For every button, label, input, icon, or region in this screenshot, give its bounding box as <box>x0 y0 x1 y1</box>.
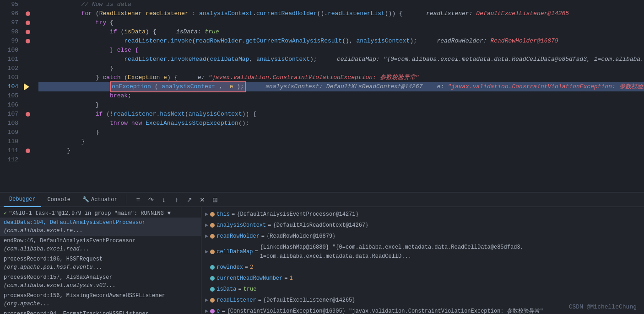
stop-btn[interactable]: ✕ <box>197 194 208 205</box>
thread-status-icon: ✓ <box>4 210 7 217</box>
code-line-109: } <box>38 128 644 137</box>
debugger-panel: Debugger Console 🔧 Actuator ≡ ↷ ↓ ↑ ↗ ✕ … <box>0 192 644 314</box>
run-cursor-btn[interactable]: ↗ <box>184 194 195 205</box>
var-this[interactable]: ▶ this = {DefaultAnalysisEventProcessor@… <box>201 209 644 220</box>
var-analysis-context[interactable]: ▶ analysisContext = {DefaultXlsReadConte… <box>201 220 644 231</box>
separator <box>126 195 126 204</box>
watermark: CSDN @MichelleChung <box>569 303 637 310</box>
code-line-95: // Now is data <box>38 0 644 9</box>
code-line-108: throw new ExcelAnalysisStopException (); <box>38 119 644 128</box>
code-line-106: } <box>38 101 644 110</box>
debugger-toolbar: ≡ ↷ ↓ ↑ ↗ ✕ ⊞ <box>133 194 221 205</box>
thread-label: "XNIO-1 task-1"@12,979 in group "main": … <box>9 210 163 217</box>
code-line-102: } <box>38 64 644 73</box>
var-row-index[interactable]: ▶ rowIndex = 2 <box>201 262 644 273</box>
code-line-101: readListener . invokeHead ( cellDataMap … <box>38 55 644 64</box>
var-current-head-row[interactable]: ▶ currentHeadRowNumber = 1 <box>201 273 644 284</box>
code-line-105: break ; <box>38 91 644 101</box>
frames-btn[interactable]: ⊞ <box>210 194 221 205</box>
editor-area: 95 96 97 98 99 100 101 102 103 104 105 1… <box>0 0 644 192</box>
var-cell-data-map[interactable]: ▶ cellDataMap = {LinkedHashMap@16880} "{… <box>201 242 644 262</box>
app-container: 95 96 97 98 99 100 101 102 103 104 105 1… <box>0 0 644 314</box>
debugger-body: ✓ "XNIO-1 task-1"@12,979 in group "main"… <box>0 207 644 314</box>
resume-btn[interactable]: ≡ <box>133 194 144 205</box>
stack-frame-4[interactable]: processRecord:156, MissingRecordAwareHSS… <box>0 291 201 309</box>
step-into-btn[interactable]: ↓ <box>158 194 169 205</box>
stack-frame-0[interactable]: dealData:104, DefaultAnalysisEventProces… <box>0 218 201 236</box>
code-line-104: onException ( analysisContext , e ); ana… <box>38 82 644 91</box>
stack-frame-2[interactable]: processRecord:106, HSSFRequest (org.apac… <box>0 254 201 272</box>
stack-frame-3[interactable]: processRecord:157, XlsSaxAnalyser (com.a… <box>0 272 201 291</box>
tab-debugger[interactable]: Debugger <box>4 192 41 207</box>
var-is-data[interactable]: ▶ isData = true <box>201 284 644 295</box>
call-stack-panel: ✓ "XNIO-1 task-1"@12,979 in group "main"… <box>0 207 201 314</box>
code-line-107: if (! readListener . hasNext ( analysisC… <box>38 110 644 119</box>
step-out-btn[interactable]: ↑ <box>171 194 182 205</box>
stack-frame-1[interactable]: endRow:46, DefaultAnalysisEventProcessor… <box>0 236 201 254</box>
line-numbers: 95 96 97 98 99 100 101 102 103 104 105 1… <box>0 0 22 192</box>
code-line-110: } <box>38 137 644 146</box>
tab-actuator[interactable]: 🔧 Actuator <box>77 192 123 207</box>
code-line-98: if ( isData ) { isData: true <box>38 27 644 37</box>
thread-item[interactable]: ✓ "XNIO-1 task-1"@12,979 in group "main"… <box>0 209 201 218</box>
var-read-row-holder[interactable]: ▶ readRowHolder = {ReadRowHolder@16879} <box>201 231 644 242</box>
stack-frame-5[interactable]: processRecord:94, FormatTrackingHSSFList… <box>0 309 201 314</box>
tab-console[interactable]: Console <box>42 192 76 207</box>
debugger-tabs-bar: Debugger Console 🔧 Actuator ≡ ↷ ↓ ↑ ↗ ✕ … <box>0 192 644 207</box>
code-line-97: try { <box>38 18 644 27</box>
code-line-112 <box>38 155 644 165</box>
code-line-99: readListener . invoke ( readRowHolder . … <box>38 37 644 46</box>
code-line-111: } <box>38 146 644 155</box>
breakpoint-gutter <box>22 0 35 192</box>
code-line-100: } else { <box>38 46 644 55</box>
step-over-btn[interactable]: ↷ <box>146 194 157 205</box>
filter-icon[interactable]: ▼ <box>168 210 171 217</box>
code-line-103: } catch ( Exception e ) { e: "javax.vali… <box>38 73 644 82</box>
variables-panel: ▶ this = {DefaultAnalysisEventProcessor@… <box>201 207 644 314</box>
actuator-icon: 🔧 <box>82 196 89 203</box>
code-line-96: for ( ReadListener readListener : analys… <box>38 9 644 18</box>
code-content: // Now is data for ( ReadListener readLi… <box>35 0 644 192</box>
